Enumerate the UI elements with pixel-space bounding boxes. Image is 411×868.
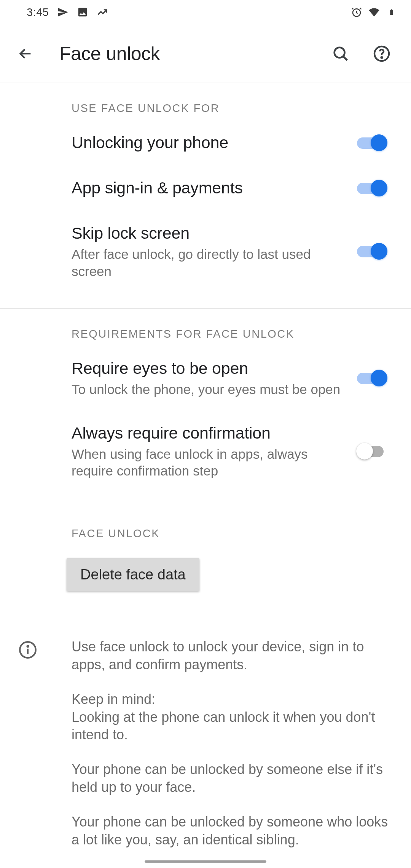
switch-unlocking-phone[interactable] bbox=[357, 134, 387, 151]
row-title: App sign-in & payments bbox=[72, 177, 342, 198]
row-unlocking-phone[interactable]: Unlocking your phone bbox=[0, 120, 411, 165]
row-subtitle: After face unlock, go directly to last u… bbox=[72, 246, 342, 280]
row-require-confirmation[interactable]: Always require confirmation When using f… bbox=[0, 410, 411, 492]
section-header: USE FACE UNLOCK FOR bbox=[0, 83, 411, 120]
row-app-signin[interactable]: App sign-in & payments bbox=[0, 165, 411, 211]
switch-skip-lockscreen[interactable] bbox=[357, 243, 387, 260]
row-subtitle: When using face unlock in apps, always r… bbox=[72, 446, 342, 480]
section-requirements: REQUIREMENTS FOR FACE UNLOCK Require eye… bbox=[0, 309, 411, 508]
row-subtitle: To unlock the phone, your eyes must be o… bbox=[72, 381, 342, 398]
help-button[interactable] bbox=[368, 40, 396, 68]
trending-icon bbox=[97, 6, 108, 18]
info-p4: Your phone can be unlocked by someone wh… bbox=[72, 813, 393, 849]
row-title: Unlocking your phone bbox=[72, 132, 342, 153]
alarm-icon bbox=[351, 6, 362, 18]
row-title: Always require confirmation bbox=[72, 423, 342, 444]
section-use-for: USE FACE UNLOCK FOR Unlocking your phone… bbox=[0, 83, 411, 309]
battery-icon bbox=[386, 6, 397, 18]
image-icon bbox=[77, 6, 88, 18]
switch-app-signin[interactable] bbox=[357, 180, 387, 196]
status-time: 3:45 bbox=[27, 6, 49, 19]
app-bar: Face unlock bbox=[0, 24, 411, 83]
section-header: REQUIREMENTS FOR FACE UNLOCK bbox=[0, 309, 411, 346]
back-button[interactable] bbox=[12, 40, 39, 67]
info-text: Use face unlock to unlock your device, s… bbox=[72, 638, 393, 865]
search-button[interactable] bbox=[327, 40, 355, 68]
switch-eyes-open[interactable] bbox=[357, 370, 387, 386]
svg-point-3 bbox=[381, 57, 382, 58]
info-icon bbox=[18, 640, 37, 865]
nav-indicator[interactable] bbox=[145, 860, 266, 863]
info-p2: Keep in mind:Looking at the phone can un… bbox=[72, 691, 393, 744]
info-p3: Your phone can be unlocked by someone el… bbox=[72, 761, 393, 796]
svg-point-6 bbox=[27, 646, 29, 647]
row-eyes-open[interactable]: Require eyes to be open To unlock the ph… bbox=[0, 346, 411, 410]
section-header: FACE UNLOCK bbox=[0, 508, 411, 545]
wifi-icon bbox=[368, 6, 380, 18]
send-icon bbox=[57, 6, 68, 18]
info-p1: Use face unlock to unlock your device, s… bbox=[72, 638, 393, 674]
content: USE FACE UNLOCK FOR Unlocking your phone… bbox=[0, 83, 411, 865]
row-skip-lockscreen[interactable]: Skip lock screen After face unlock, go d… bbox=[0, 211, 411, 292]
info-section: Use face unlock to unlock your device, s… bbox=[0, 618, 411, 865]
row-title: Skip lock screen bbox=[72, 223, 342, 244]
status-bar: 3:45 bbox=[0, 0, 411, 24]
delete-face-data-button[interactable]: Delete face data bbox=[67, 558, 199, 591]
section-face-unlock-delete: FACE UNLOCK Delete face data bbox=[0, 508, 411, 618]
row-title: Require eyes to be open bbox=[72, 358, 342, 379]
page-title: Face unlock bbox=[59, 43, 314, 65]
switch-require-confirmation[interactable] bbox=[357, 443, 387, 460]
svg-point-1 bbox=[335, 47, 345, 57]
